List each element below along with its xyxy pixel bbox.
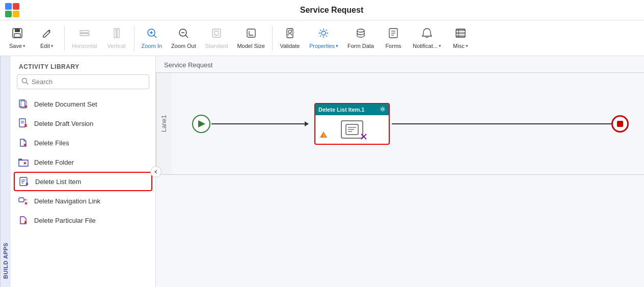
end-event-icon	[617, 121, 623, 127]
activity-library-sidebar: ACTIVITY LIBRARY Delete Docume	[11, 56, 156, 287]
toolbar-zoom-in[interactable]: Zoom In	[139, 25, 165, 51]
toolbar-forms[interactable]: Forms	[380, 25, 407, 51]
standard-icon	[211, 28, 222, 41]
toolbar-validate[interactable]: Validate	[277, 25, 303, 51]
svg-line-28	[26, 83, 29, 85]
svg-rect-5	[114, 29, 116, 38]
save-label: Save ▾	[9, 43, 25, 49]
sidebar-item-delete-particular-file[interactable]: Delete Particular File	[11, 211, 155, 230]
forms-icon	[388, 28, 399, 41]
lane-label: Lane1	[156, 73, 172, 174]
delete-document-set-icon	[18, 98, 29, 110]
zoom-in-icon	[146, 28, 157, 41]
activity-node-delete-list-item[interactable]: Delete List Item.1	[314, 103, 390, 145]
sidebar-item-delete-document-set[interactable]: Delete Document Set	[11, 94, 155, 114]
sep1	[64, 25, 65, 51]
edit-label: Edit ▾	[40, 43, 53, 49]
sidebar-item-label: Delete Files	[34, 139, 69, 147]
model-size-icon	[246, 28, 257, 41]
svg-point-18	[288, 30, 291, 33]
sidebar-item-label: Delete Particular File	[34, 217, 96, 224]
search-icon	[21, 77, 29, 86]
collapse-sidebar-button[interactable]	[150, 166, 162, 177]
node-list-icon-container	[341, 120, 363, 139]
toolbar-standard[interactable]: Standard	[202, 25, 231, 51]
svg-text:!: !	[323, 133, 325, 138]
svg-rect-48	[19, 198, 24, 202]
notifications-label: Notificat... ▾	[413, 43, 441, 49]
page-title: Service Request	[24, 6, 639, 15]
toolbar-edit[interactable]: Edit ▾	[34, 25, 60, 51]
delete-navigation-link-icon	[18, 195, 29, 206]
delete-particular-file-icon	[18, 215, 29, 226]
zoom-in-label: Zoom In	[142, 43, 162, 49]
end-event[interactable]	[611, 115, 629, 133]
node-delete-badge	[360, 133, 367, 142]
svg-rect-6	[117, 29, 119, 38]
sidebar-item-delete-folder[interactable]: Delete Folder	[11, 152, 155, 172]
sidebar-item-delete-draft-version[interactable]: Delete Draft Version	[11, 114, 155, 133]
toolbar-misc[interactable]: Misc ▾	[447, 25, 474, 51]
svg-point-20	[357, 29, 364, 32]
form-data-label: Form Data	[347, 43, 374, 49]
sidebar-item-delete-files[interactable]: Delete Files	[11, 133, 155, 152]
misc-label: Misc ▾	[453, 43, 468, 49]
arrow-start-to-activity	[211, 123, 308, 124]
zoom-out-label: Zoom Out	[171, 43, 196, 49]
toolbar-notifications[interactable]: Notificat... ▾	[410, 25, 444, 51]
canvas-area: Service Request Lane1 Delete List Item.1	[156, 56, 644, 287]
activity-node-title: Delete List Item.1	[318, 107, 364, 113]
form-data-icon	[355, 28, 366, 41]
build-apps-tab[interactable]: Build Apps	[0, 56, 11, 287]
top-bar: Service Request	[0, 0, 644, 20]
activity-settings-icon[interactable]	[380, 106, 386, 113]
horizontal-label: Horizontal	[72, 43, 97, 49]
svg-point-19	[321, 31, 326, 35]
properties-icon	[318, 28, 329, 41]
properties-label: Properties ▾	[309, 43, 338, 49]
toolbar-model-size[interactable]: Model Size	[234, 25, 267, 51]
svg-rect-16	[247, 29, 255, 37]
start-event-icon	[198, 120, 205, 127]
delete-draft-version-icon	[18, 118, 29, 129]
canvas-inner: Lane1 Delete List Item.1	[156, 72, 644, 287]
horizontal-icon	[79, 28, 90, 41]
delete-files-icon	[18, 137, 29, 148]
notifications-icon	[421, 28, 433, 41]
svg-rect-1	[15, 29, 20, 32]
svg-line-13	[185, 35, 188, 38]
edit-icon	[41, 28, 52, 41]
delete-list-item-icon	[19, 176, 30, 187]
validate-label: Validate	[280, 43, 300, 49]
search-input[interactable]	[32, 78, 145, 86]
toolbar-zoom-out[interactable]: Zoom Out	[168, 25, 199, 51]
misc-icon	[455, 28, 466, 41]
sidebar-item-label: Delete Draft Version	[34, 120, 93, 127]
sep3	[272, 25, 273, 51]
toolbar-vertical[interactable]: Vertical	[103, 25, 130, 51]
svg-rect-25	[456, 29, 465, 37]
sidebar-item-delete-navigation-link[interactable]: Delete Navigation Link	[11, 191, 155, 211]
sidebar-title: ACTIVITY LIBRARY	[11, 56, 155, 74]
sidebar-item-delete-list-item[interactable]: Delete List Item	[14, 172, 152, 191]
activity-node-header: Delete List Item.1	[315, 104, 389, 115]
toolbar: Save ▾ Edit ▾ Horizontal	[0, 20, 644, 56]
svg-rect-14	[212, 29, 221, 37]
svg-rect-2	[14, 34, 20, 37]
toolbar-properties[interactable]: Properties ▾	[306, 25, 341, 51]
vertical-icon	[111, 28, 122, 41]
svg-line-10	[154, 35, 156, 38]
toolbar-horizontal[interactable]: Horizontal	[69, 25, 100, 51]
sidebar-item-label: Delete Navigation Link	[34, 197, 100, 205]
save-icon	[12, 28, 23, 41]
toolbar-save[interactable]: Save ▾	[4, 25, 31, 51]
model-size-label: Model Size	[237, 43, 264, 49]
toolbar-form-data[interactable]: Form Data	[344, 25, 377, 51]
start-event[interactable]	[192, 115, 210, 133]
search-box	[17, 74, 149, 89]
arrow-activity-to-end	[392, 123, 616, 124]
app-logo	[5, 3, 19, 17]
node-warning-icon: !	[319, 131, 328, 141]
canvas-label: Service Request	[164, 61, 212, 69]
standard-label: Standard	[205, 43, 228, 49]
